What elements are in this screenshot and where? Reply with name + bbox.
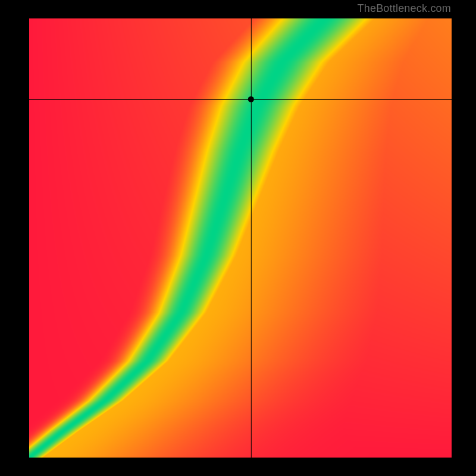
crosshair-overlay: [0, 0, 476, 476]
